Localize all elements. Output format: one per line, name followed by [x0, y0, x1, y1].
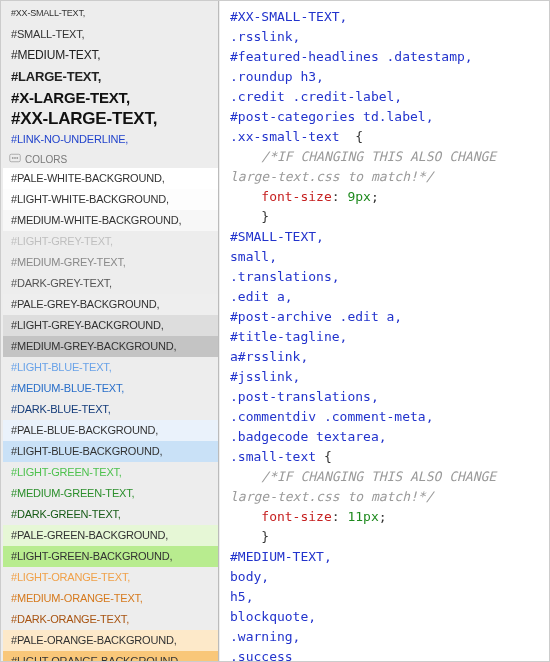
sidebar-style-item[interactable]: #XX-SMALL-TEXT,: [3, 3, 218, 24]
code-line[interactable]: #XX-SMALL-TEXT,: [230, 7, 541, 27]
sidebar-style-item[interactable]: #DARK-BLUE-TEXT,: [3, 399, 218, 420]
sidebar-style-item[interactable]: #MEDIUM-WHITE-BACKGROUND,: [3, 210, 218, 231]
code-line[interactable]: .post-translations,: [230, 387, 541, 407]
code-line[interactable]: .small-text {: [230, 447, 541, 467]
code-token: :: [332, 509, 348, 524]
sidebar-style-item[interactable]: #LIGHT-WHITE-BACKGROUND,: [3, 189, 218, 210]
sidebar-style-item[interactable]: #PALE-GREY-BACKGROUND,: [3, 294, 218, 315]
code-token: #featured-headlines .datestamp,: [230, 49, 473, 64]
code-line[interactable]: .rsslink,: [230, 27, 541, 47]
code-token: small,: [230, 249, 277, 264]
sidebar-style-item[interactable]: #X-LARGE-TEXT,: [3, 87, 218, 108]
code-line[interactable]: #featured-headlines .datestamp,: [230, 47, 541, 67]
code-line[interactable]: .badgecode textarea,: [230, 427, 541, 447]
code-token: 9px: [347, 189, 370, 204]
sidebar-style-item[interactable]: #LIGHT-BLUE-BACKGROUND,: [3, 441, 218, 462]
code-editor[interactable]: #XX-SMALL-TEXT,.rsslink,#featured-headli…: [219, 1, 549, 661]
code-line[interactable]: .commentdiv .comment-meta,: [230, 407, 541, 427]
sidebar-style-item[interactable]: #DARK-ORANGE-TEXT,: [3, 609, 218, 630]
palette-icon: [9, 152, 21, 166]
code-token: .edit a,: [230, 289, 293, 304]
sidebar-style-item[interactable]: #LIGHT-ORANGE-BACKGROUND,: [3, 651, 218, 661]
code-line[interactable]: large-text.css to match!*/: [230, 487, 541, 507]
sidebar-style-item[interactable]: #SMALL-TEXT,: [3, 24, 218, 45]
code-line[interactable]: font-size: 9px;: [230, 187, 541, 207]
sidebar-style-item[interactable]: #MEDIUM-GREY-BACKGROUND,: [3, 336, 218, 357]
code-line[interactable]: .xx-small-text {: [230, 127, 541, 147]
code-line[interactable]: #post-categories td.label,: [230, 107, 541, 127]
code-token: .xx-small-text: [230, 129, 355, 144]
code-token: #XX-SMALL-TEXT,: [230, 9, 347, 24]
sidebar-style-item[interactable]: #LINK-NO-UNDERLINE,: [3, 129, 218, 150]
code-token: #title-tagline,: [230, 329, 347, 344]
code-token: .small-text: [230, 449, 324, 464]
code-line[interactable]: .roundup h3,: [230, 67, 541, 87]
code-line[interactable]: #SMALL-TEXT,: [230, 227, 541, 247]
code-line[interactable]: #MEDIUM-TEXT,: [230, 547, 541, 567]
sidebar-style-item[interactable]: #MEDIUM-ORANGE-TEXT,: [3, 588, 218, 609]
code-token: #jsslink,: [230, 369, 300, 384]
code-token: [230, 509, 261, 524]
sidebar-style-item[interactable]: #MEDIUM-GREEN-TEXT,: [3, 483, 218, 504]
sidebar-style-item[interactable]: #LARGE-TEXT,: [3, 66, 218, 87]
sidebar-style-item[interactable]: #DARK-GREEN-TEXT,: [3, 504, 218, 525]
code-token: font-size: [261, 509, 331, 524]
code-token: [230, 529, 261, 544]
code-line[interactable]: font-size: 11px;: [230, 507, 541, 527]
code-line[interactable]: small,: [230, 247, 541, 267]
code-token: a#rsslink,: [230, 349, 308, 364]
code-line[interactable]: /*IF CHANGING THIS ALSO CHANGE: [230, 467, 541, 487]
sidebar-style-item[interactable]: #LIGHT-BLUE-TEXT,: [3, 357, 218, 378]
code-token: .commentdiv .comment-meta,: [230, 409, 434, 424]
code-token: .badgecode textarea,: [230, 429, 387, 444]
code-token: }: [261, 209, 269, 224]
code-token: .credit .credit-label,: [230, 89, 402, 104]
code-token: font-size: [261, 189, 331, 204]
sidebar-style-item[interactable]: #LIGHT-GREY-TEXT,: [3, 231, 218, 252]
code-line[interactable]: .warning,: [230, 627, 541, 647]
sidebar-style-item[interactable]: #LIGHT-GREY-BACKGROUND,: [3, 315, 218, 336]
code-line[interactable]: a#rsslink,: [230, 347, 541, 367]
app-root: #XX-SMALL-TEXT,#SMALL-TEXT,#MEDIUM-TEXT,…: [1, 1, 549, 661]
style-sidebar[interactable]: #XX-SMALL-TEXT,#SMALL-TEXT,#MEDIUM-TEXT,…: [1, 1, 219, 661]
sidebar-style-item[interactable]: #LIGHT-GREEN-TEXT,: [3, 462, 218, 483]
sidebar-style-item[interactable]: #DARK-GREY-TEXT,: [3, 273, 218, 294]
code-token: .rsslink,: [230, 29, 300, 44]
code-token: h5,: [230, 589, 253, 604]
sidebar-style-item[interactable]: #XX-LARGE-TEXT,: [3, 108, 218, 129]
code-token: body,: [230, 569, 269, 584]
code-token: #post-categories td.label,: [230, 109, 434, 124]
sidebar-style-item[interactable]: #LIGHT-GREEN-BACKGROUND,: [3, 546, 218, 567]
code-token: large-text.css to match!*/: [230, 489, 434, 504]
code-line[interactable]: #jsslink,: [230, 367, 541, 387]
code-token: [230, 189, 261, 204]
code-line[interactable]: .success: [230, 647, 541, 661]
code-token: #post-archive .edit a,: [230, 309, 402, 324]
sidebar-style-item[interactable]: #PALE-GREEN-BACKGROUND,: [3, 525, 218, 546]
code-token: /*IF CHANGING THIS ALSO CHANGE: [230, 469, 496, 484]
code-line[interactable]: .edit a,: [230, 287, 541, 307]
code-line[interactable]: }: [230, 527, 541, 547]
code-line[interactable]: }: [230, 207, 541, 227]
code-token: .roundup h3,: [230, 69, 324, 84]
code-line[interactable]: h5,: [230, 587, 541, 607]
sidebar-style-item[interactable]: #MEDIUM-GREY-TEXT,: [3, 252, 218, 273]
code-token: {: [324, 449, 332, 464]
code-line[interactable]: body,: [230, 567, 541, 587]
sidebar-style-item[interactable]: #MEDIUM-TEXT,: [3, 45, 218, 66]
code-line[interactable]: /*IF CHANGING THIS ALSO CHANGE: [230, 147, 541, 167]
section-header-colors: COLORS: [3, 150, 218, 168]
sidebar-style-item[interactable]: #LIGHT-ORANGE-TEXT,: [3, 567, 218, 588]
sidebar-style-item[interactable]: #PALE-BLUE-BACKGROUND,: [3, 420, 218, 441]
sidebar-style-item[interactable]: #PALE-ORANGE-BACKGROUND,: [3, 630, 218, 651]
code-token: }: [261, 529, 269, 544]
sidebar-style-item[interactable]: #MEDIUM-BLUE-TEXT,: [3, 378, 218, 399]
code-token: .success: [230, 649, 293, 661]
code-line[interactable]: large-text.css to match!*/: [230, 167, 541, 187]
sidebar-style-item[interactable]: #PALE-WHITE-BACKGROUND,: [3, 168, 218, 189]
code-line[interactable]: blockquote,: [230, 607, 541, 627]
code-line[interactable]: #post-archive .edit a,: [230, 307, 541, 327]
code-line[interactable]: .credit .credit-label,: [230, 87, 541, 107]
code-line[interactable]: .translations,: [230, 267, 541, 287]
code-line[interactable]: #title-tagline,: [230, 327, 541, 347]
